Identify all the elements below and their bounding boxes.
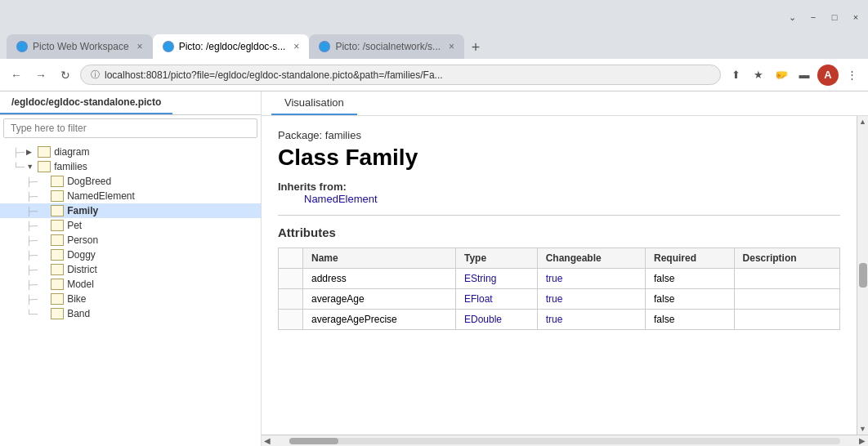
connector-families: └─ [13, 163, 25, 172]
package-label: Package: families [278, 129, 840, 141]
tab-bar: 🌐 Picto Web Workspace × 🌐 Picto: /egldoc… [0, 29, 868, 59]
tree-item-diagram[interactable]: ├─ ▶ diagram [0, 145, 261, 159]
tree-item-families[interactable]: └─ ▼ families [0, 159, 261, 174]
filter-input[interactable] [3, 118, 257, 138]
tab2-label: Picto: /egldoc/egldoc-s... [179, 41, 286, 52]
table-header-row: Name Type Changeable Required Descriptio… [279, 248, 840, 269]
icon-DogBreed [51, 176, 64, 187]
cell-row3-type[interactable]: EDouble [455, 310, 537, 330]
sidebar-tabs: /egldoc/egldoc-standalone.picto [0, 91, 261, 115]
arrow-families: ▼ [26, 163, 38, 171]
cell-row1-num [279, 269, 303, 289]
url-box[interactable]: ⓘ localhost:8081/picto?file=/egldoc/egld… [80, 65, 721, 85]
tab1-close[interactable]: × [137, 41, 143, 52]
scroll-up-arrow[interactable]: ▲ [857, 116, 868, 127]
browser-tab-3[interactable]: 🌐 Picto: /socialnetwork/s... × [309, 34, 464, 59]
app-body: /egldoc/egldoc-standalone.picto ├─ ▶ dia… [0, 91, 868, 446]
label-Bike: Bike [67, 293, 86, 305]
cell-row3-name: averageAgePrecise [303, 310, 456, 330]
cell-row2-description [734, 289, 839, 310]
menu-icon[interactable]: ⋮ [842, 65, 861, 85]
label-Pet: Pet [67, 220, 82, 231]
icon-Bike [51, 293, 64, 305]
class-title: Class Family [278, 145, 840, 171]
icon-District [51, 264, 64, 275]
forward-button[interactable]: → [31, 65, 51, 85]
cast-icon[interactable]: ▬ [794, 65, 814, 85]
horizontal-scrollbar[interactable] [289, 438, 840, 444]
tree-item-NamedElement[interactable]: ├─ NamedElement [0, 189, 261, 203]
cell-row1-name: address [303, 269, 456, 289]
tab2-close[interactable]: × [293, 41, 299, 52]
cell-row3-changeable: true [537, 310, 645, 330]
reload-button[interactable]: ↻ [56, 65, 75, 85]
connector-District: ├─ [26, 265, 38, 274]
tree-item-Bike[interactable]: ├─ Bike [0, 292, 261, 306]
chevron-down-button[interactable]: ⌄ [786, 11, 798, 23]
cell-row2-type[interactable]: EFloat [455, 289, 537, 310]
icon-Doggy [51, 249, 64, 261]
attributes-table: Name Type Changeable Required Descriptio… [278, 248, 840, 330]
browser-tab-1[interactable]: 🌐 Picto Web Workspace × [7, 34, 153, 59]
connector-Pet: ├─ [26, 221, 38, 230]
tree-item-Doggy[interactable]: ├─ Doggy [0, 248, 261, 262]
new-tab-button[interactable]: + [464, 36, 487, 59]
cell-row2-num [279, 289, 303, 310]
main-content: Package: families Class Family Inherits … [262, 116, 857, 435]
col-header-required: Required [646, 248, 735, 269]
arrow-diagram: ▶ [26, 148, 38, 156]
tab1-favicon: 🌐 [16, 41, 28, 52]
tree-item-Pet[interactable]: ├─ Pet [0, 218, 261, 233]
restore-button[interactable]: □ [829, 11, 840, 23]
tree-item-DogBreed[interactable]: ├─ DogBreed [0, 174, 261, 189]
bottom-scrollbar[interactable]: ◀ ▶ [262, 435, 868, 446]
icon-families [38, 161, 51, 172]
connector-diagram: ├─ [13, 148, 25, 157]
label-Family: Family [67, 205, 98, 216]
close-button[interactable]: × [850, 11, 861, 23]
col-header-name: Name [303, 248, 456, 269]
inherits-label: Inherits from: [278, 181, 347, 193]
content-area: Package: families Class Family Inherits … [262, 116, 857, 343]
bookmark-icon[interactable]: ★ [749, 65, 768, 85]
tree-item-Family[interactable]: ├─ Family [0, 203, 261, 218]
tab3-label: Picto: /socialnetwork/s... [335, 41, 441, 52]
extensions-icon[interactable]: 🤛 [772, 65, 791, 85]
icon-Model [51, 279, 64, 290]
scroll-left-arrow[interactable]: ◀ [262, 436, 273, 445]
icon-diagram [38, 146, 51, 158]
vis-tab-visualisation[interactable]: Visualisation [271, 91, 357, 115]
cell-row1-type[interactable]: EString [455, 269, 537, 289]
scroll-down-arrow[interactable]: ▼ [857, 423, 868, 435]
cell-row3-required: false [646, 310, 735, 330]
tree: ├─ ▶ diagram └─ ▼ families ├─ DogBreed [0, 141, 261, 446]
connector-Person: ├─ [26, 236, 38, 245]
tab2-favicon: 🌐 [163, 41, 174, 52]
cell-row1-description [734, 269, 839, 289]
scroll-right-arrow[interactable]: ▶ [857, 436, 868, 445]
connector-Model: ├─ [26, 280, 38, 289]
sidebar-tab-file[interactable]: /egldoc/egldoc-standalone.picto [0, 91, 172, 114]
tree-item-Model[interactable]: ├─ Model [0, 277, 261, 292]
share-icon[interactable]: ⬆ [726, 65, 745, 85]
tree-item-Band[interactable]: └─ Band [0, 306, 261, 321]
scroll-thumb-vertical[interactable] [859, 263, 867, 288]
back-button[interactable]: ← [7, 65, 26, 85]
inherits-value[interactable]: NamedElement [304, 193, 378, 205]
col-header-type: Type [455, 248, 537, 269]
right-scrollbar[interactable]: ▲ ▼ [857, 116, 868, 435]
scroll-thumb-horizontal[interactable] [289, 438, 338, 444]
tree-item-Person[interactable]: ├─ Person [0, 233, 261, 248]
label-District: District [67, 264, 97, 275]
toolbar-icons: ⬆ ★ 🤛 ▬ A ⋮ [726, 65, 861, 86]
tree-item-District[interactable]: ├─ District [0, 262, 261, 277]
label-NamedElement: NamedElement [67, 190, 135, 202]
cell-row1-required: false [646, 269, 735, 289]
cell-row2-changeable: true [537, 289, 645, 310]
tab3-close[interactable]: × [449, 41, 454, 52]
minimize-button[interactable]: − [808, 11, 819, 23]
table-row: address EString true false [279, 269, 840, 289]
user-avatar[interactable]: A [817, 65, 839, 86]
label-Band: Band [67, 308, 90, 319]
browser-tab-2[interactable]: 🌐 Picto: /egldoc/egldoc-s... × [153, 34, 310, 59]
